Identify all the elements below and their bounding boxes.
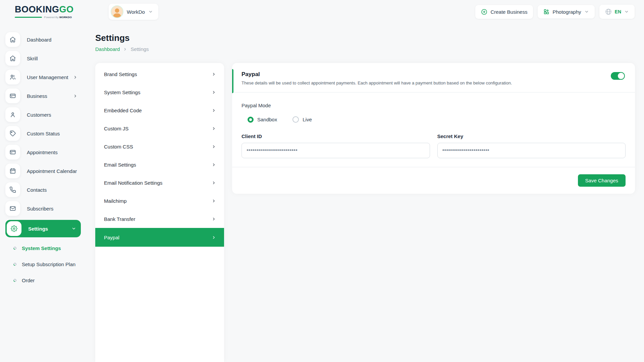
chevron-right-icon — [212, 163, 216, 167]
chevron-right-icon — [212, 235, 216, 240]
sidebar-subitem-system-settings[interactable]: System Settings — [5, 240, 81, 256]
paypal-mode-label: Paypal Mode — [241, 103, 626, 108]
sidebar-item-label: Settings — [28, 226, 48, 232]
breadcrumb-dashboard-link[interactable]: Dashboard — [95, 46, 120, 52]
app-logo[interactable]: BOOKINGGO Powered By WORKDO — [15, 5, 72, 19]
users-icon — [5, 70, 20, 84]
chevron-right-icon — [212, 90, 216, 95]
chevron-right-icon — [212, 144, 216, 149]
chevron-down-icon — [71, 226, 76, 231]
sidebar-item-business[interactable]: Business — [5, 88, 81, 103]
sidebar-item-custom-status[interactable]: Custom Status — [5, 126, 81, 141]
settings-menu-custom-js[interactable]: Custom JS — [95, 119, 224, 137]
sidebar-item-subscribers[interactable]: Subscribers — [5, 201, 81, 216]
page-title: Settings — [95, 33, 635, 43]
sidebar-subitem-order[interactable]: Order — [5, 272, 81, 288]
settings-menu-custom-css[interactable]: Custom CSS — [95, 137, 224, 156]
sidebar-item-label: Customers — [27, 112, 51, 118]
sidebar-subitem-label: Setup Subscription Plan — [22, 261, 75, 267]
paypal-card-title: Paypal — [241, 71, 512, 78]
radio-selected-icon — [248, 117, 254, 123]
sidebar-item-dashboard[interactable]: Dashboard — [5, 32, 81, 47]
bullet-icon — [13, 246, 17, 250]
logo-text: BOOKINGGO — [15, 5, 72, 14]
sidebar-item-label: Subscribers — [27, 206, 53, 212]
top-header: BOOKINGGO Powered By WORKDO WorkDo Creat… — [0, 0, 644, 23]
create-business-label: Create Business — [490, 9, 527, 15]
radio-label: Sandbox — [257, 117, 277, 122]
breadcrumb-current: Settings — [130, 46, 149, 52]
sidebar-subitem-label: Order — [22, 278, 35, 283]
sidebar-item-appointment-calendar[interactable]: Appointment Calendar — [5, 164, 81, 178]
bullet-icon — [13, 278, 17, 283]
save-changes-button[interactable]: Save Changes — [578, 174, 626, 187]
sidebar-item-contacts[interactable]: Contacts — [5, 182, 81, 197]
sidebar-nav: Dashboard Skrill User Management Busines… — [0, 23, 86, 362]
chevron-right-icon — [212, 108, 216, 113]
gear-icon — [7, 221, 21, 236]
sidebar-item-label: Contacts — [27, 187, 47, 193]
breadcrumb: Dashboard Settings — [95, 46, 635, 52]
settings-menu-email-settings[interactable]: Email Settings — [95, 156, 224, 174]
radio-sandbox[interactable]: Sandbox — [248, 117, 277, 123]
radio-unselected-icon — [292, 116, 299, 123]
menu-item-label: Custom JS — [104, 126, 128, 131]
chevron-down-icon — [148, 9, 153, 14]
menu-item-label: Custom CSS — [104, 144, 133, 149]
plus-circle-icon — [481, 9, 487, 15]
sidebar-item-settings[interactable]: Settings — [5, 220, 81, 237]
chevron-right-icon — [73, 94, 77, 98]
chevron-right-icon — [73, 75, 77, 79]
settings-menu-brand-settings[interactable]: Brand Settings — [95, 65, 224, 83]
chevron-right-icon — [212, 181, 216, 185]
category-grid-icon — [543, 9, 549, 15]
settings-menu-bank-transfer[interactable]: Bank Transfer — [95, 210, 224, 228]
credit-card-icon — [5, 145, 20, 160]
menu-item-label: System Settings — [104, 89, 140, 95]
workspace-switcher[interactable]: WorkDo — [109, 4, 158, 20]
person-icon — [5, 107, 20, 122]
client-id-input[interactable] — [241, 143, 430, 158]
menu-item-label: Embedded Code — [104, 108, 142, 113]
sidebar-item-label: User Management — [27, 74, 68, 80]
radio-live[interactable]: Live — [292, 116, 312, 123]
settings-menu-mailchimp[interactable]: Mailchimp — [95, 192, 224, 210]
chevron-right-icon — [212, 126, 216, 131]
settings-menu-email-notification-settings[interactable]: Email Notification Settings — [95, 174, 224, 192]
settings-menu-embedded-code[interactable]: Embedded Code — [95, 101, 224, 119]
logo-tagline: Powered By WORKDO — [15, 16, 72, 19]
create-business-button[interactable]: Create Business — [475, 5, 533, 19]
settings-menu-system-settings[interactable]: System Settings — [95, 83, 224, 101]
business-selector[interactable]: Photography — [538, 5, 594, 18]
menu-item-label: Email Notification Settings — [104, 180, 162, 186]
sidebar-item-label: Business — [27, 93, 47, 99]
menu-item-label: Mailchimp — [104, 198, 127, 204]
home-icon — [5, 32, 20, 47]
chevron-down-icon — [624, 9, 629, 14]
settings-menu-card: Brand Settings System Settings Embedded … — [95, 63, 224, 362]
paypal-enabled-toggle[interactable] — [611, 72, 625, 80]
home-icon — [5, 51, 20, 66]
menu-item-label: Email Settings — [104, 162, 136, 168]
sidebar-item-label: Appointments — [27, 149, 58, 155]
paypal-credential-fields: Client ID Secret Key — [241, 133, 626, 158]
sidebar-subitem-setup-subscription-plan[interactable]: Setup Subscription Plan — [5, 256, 81, 272]
workspace-avatar — [111, 5, 123, 18]
main-content: Settings Dashboard Settings Brand Settin… — [86, 23, 644, 362]
settings-menu-paypal[interactable]: Paypal — [95, 228, 224, 247]
secret-key-input[interactable] — [437, 143, 626, 158]
sidebar-item-customers[interactable]: Customers — [5, 107, 81, 122]
client-id-label: Client ID — [241, 133, 430, 139]
language-selector[interactable]: EN — [599, 5, 635, 19]
sidebar-item-appointments[interactable]: Appointments — [5, 145, 81, 160]
powered-by-label: Powered By WORKDO — [44, 16, 72, 19]
sidebar-item-skrill[interactable]: Skrill — [5, 51, 81, 66]
sidebar-item-label: Skrill — [27, 56, 38, 61]
menu-item-label: Brand Settings — [104, 71, 137, 77]
sidebar-item-user-management[interactable]: User Management — [5, 70, 81, 84]
chevron-right-icon — [212, 72, 216, 76]
tag-icon — [5, 126, 20, 141]
globe-icon — [605, 8, 612, 15]
accent-bar — [232, 69, 233, 93]
phone-icon — [5, 182, 20, 197]
